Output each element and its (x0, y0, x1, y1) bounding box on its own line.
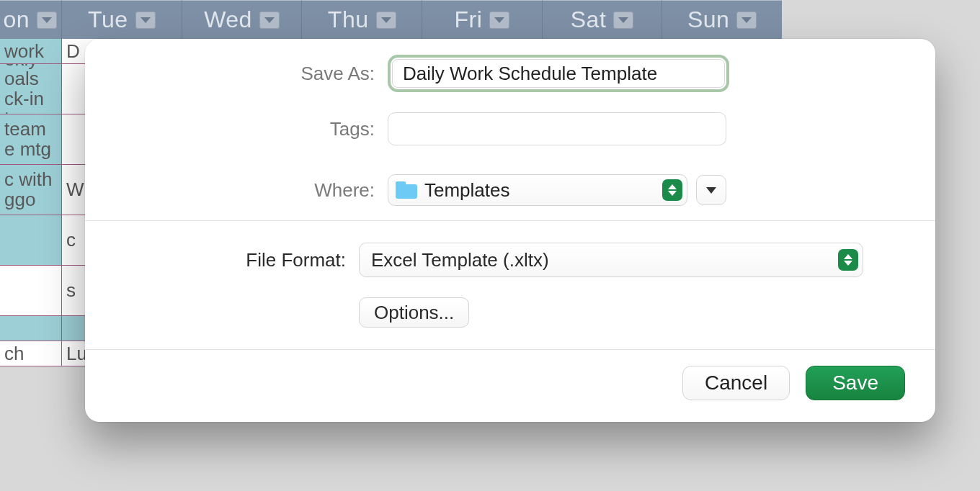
day-label: on (3, 6, 30, 33)
calendar-cell: c withggo (0, 165, 62, 215)
chevron-down-icon[interactable] (489, 12, 509, 29)
day-header-tue: Tue (62, 0, 182, 39)
chevron-down-icon[interactable] (613, 12, 633, 29)
chevron-down-icon (706, 187, 716, 194)
day-label: Fri (454, 6, 482, 33)
save-dialog: Save As: Tags: Where: Templates (85, 39, 935, 422)
chevron-down-icon[interactable] (736, 12, 757, 29)
day-header-mon: on (0, 0, 62, 39)
calendar-cell (0, 316, 62, 341)
where-select[interactable]: Templates (388, 174, 687, 206)
chevron-down-icon[interactable] (376, 12, 396, 29)
day-header-sat: Sat (543, 0, 663, 39)
options-row: Options... (128, 297, 892, 328)
tags-row: Tags: (128, 112, 892, 145)
tags-input[interactable] (388, 112, 726, 145)
file-format-select[interactable]: Excel Template (.xltx) (359, 243, 863, 277)
save-as-label: Save As: (128, 63, 388, 85)
file-format-label: File Format: (128, 249, 359, 271)
expand-button[interactable] (696, 175, 726, 205)
cancel-button[interactable]: Cancel (682, 366, 790, 400)
calendar-cell: eklyoalsck-intg (0, 64, 62, 114)
day-label: Wed (204, 6, 252, 33)
day-label: Tue (88, 6, 128, 33)
day-label: Thu (328, 6, 369, 33)
save-as-focus-ring (388, 55, 729, 92)
file-format-value: Excel Template (.xltx) (371, 249, 549, 271)
day-header-sun: Sun (662, 0, 782, 39)
calendar-cell: teame mtg (0, 114, 62, 165)
where-value: Templates (424, 179, 510, 202)
options-button[interactable]: Options... (359, 297, 469, 328)
chevron-down-icon[interactable] (135, 12, 156, 29)
chevron-down-icon[interactable] (259, 12, 280, 29)
calendar-cell: work (0, 39, 62, 64)
folder-icon (396, 181, 417, 199)
day-label: Sat (571, 6, 607, 33)
save-as-row: Save As: (128, 55, 892, 92)
day-label: Sun (687, 6, 729, 33)
chevron-down-icon[interactable] (37, 12, 57, 29)
where-row: Where: Templates (128, 174, 892, 206)
calendar-header-row: on Tue Wed Thu Fri Sat Sun (0, 0, 782, 39)
tags-label: Tags: (128, 118, 388, 140)
where-label: Where: (128, 179, 388, 202)
save-button[interactable]: Save (806, 366, 905, 400)
day-header-thu: Thu (302, 0, 422, 39)
calendar-cell (0, 266, 62, 316)
calendar-cell (0, 215, 62, 266)
day-header-wed: Wed (182, 0, 303, 39)
day-header-fri: Fri (422, 0, 543, 39)
save-as-input[interactable] (392, 59, 725, 88)
updown-icon (838, 249, 858, 271)
dialog-footer: Cancel Save (85, 350, 935, 400)
updown-icon (662, 179, 682, 201)
file-format-row: File Format: Excel Template (.xltx) (128, 243, 892, 277)
calendar-cell: ch (0, 341, 62, 366)
